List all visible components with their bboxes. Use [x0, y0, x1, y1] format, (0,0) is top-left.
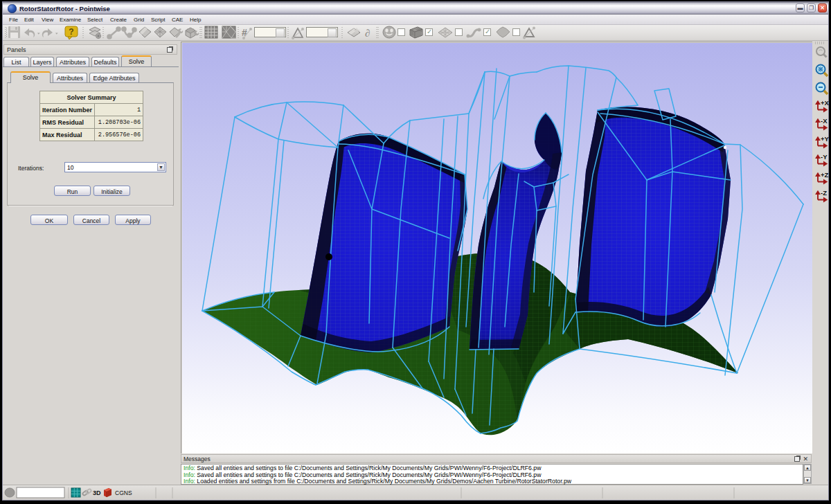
svg-text:+X: +X: [821, 99, 830, 107]
svg-text:+Y: +Y: [821, 135, 830, 143]
svg-text:?: ?: [69, 27, 73, 37]
svg-text:#: #: [242, 27, 247, 38]
svg-text:-X: -X: [821, 117, 828, 125]
svg-text:-Z: -Z: [821, 189, 827, 197]
svg-text:CGNS: CGNS: [115, 489, 132, 496]
svg-text:-Y: -Y: [821, 153, 828, 161]
svg-text:∂: ∂: [365, 28, 370, 39]
svg-text:+Z: +Z: [821, 171, 829, 179]
svg-text:3D: 3D: [93, 489, 101, 496]
